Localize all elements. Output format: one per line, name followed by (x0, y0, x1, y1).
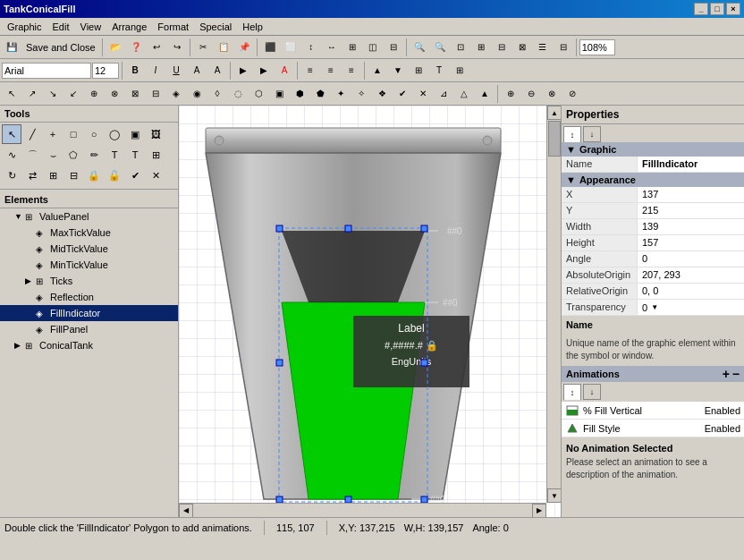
draw-btn-k[interactable]: ◊ (207, 84, 227, 104)
tb-zoom-out-btn[interactable]: 🔍 (430, 38, 450, 57)
fmt-btn-d[interactable]: ▶ (254, 61, 274, 81)
scroll-thumb-v[interactable] (548, 121, 561, 157)
prop-value-relorigin[interactable]: 0, 0 (638, 284, 744, 299)
bold-button[interactable]: B (125, 61, 145, 81)
menu-format[interactable]: Format (152, 20, 194, 34)
draw-btn-f[interactable]: ⊗ (105, 84, 124, 104)
anim-add-button[interactable]: + (723, 368, 730, 380)
draw-btn-t[interactable]: ✔ (393, 84, 412, 104)
fmt-btn-b[interactable]: A (207, 61, 227, 81)
tb-btn-l[interactable]: ⊟ (554, 38, 573, 57)
tool-circle[interactable]: ○ (84, 124, 104, 144)
tool-unlock[interactable]: 🔓 (105, 165, 124, 185)
anim-row-fill-style[interactable]: Fill Style Enabled (562, 420, 744, 437)
tool-flip[interactable]: ⇄ (22, 165, 42, 185)
italic-button[interactable]: I (146, 61, 165, 81)
font-size-input[interactable] (92, 63, 119, 79)
fmt-btn-k[interactable]: T (429, 61, 449, 81)
animations-section-header[interactable]: Animations + − (562, 366, 744, 382)
tb-fit-btn[interactable]: ⊡ (451, 38, 470, 57)
draw-btn-x[interactable]: ▲ (475, 84, 495, 104)
draw-btn-aa[interactable]: ⊗ (542, 84, 562, 104)
tool-group[interactable]: ⊞ (43, 165, 63, 185)
tool-x[interactable]: ✕ (146, 165, 165, 185)
tb-btn-c[interactable]: ↕ (301, 38, 321, 57)
tool-line[interactable]: ╱ (22, 124, 42, 144)
draw-btn-g[interactable]: ⊠ (125, 84, 145, 104)
tool-polygon[interactable]: ⬠ (63, 145, 83, 165)
scroll-down-btn[interactable]: ▼ (547, 488, 561, 503)
tool-rect[interactable]: □ (63, 124, 83, 144)
tb-zoom-in-btn[interactable]: 🔍 (410, 38, 429, 57)
tb-btn-f[interactable]: ◫ (363, 38, 383, 57)
draw-btn-v[interactable]: ⊿ (434, 84, 453, 104)
tb-btn-a[interactable]: ⬛ (260, 38, 280, 57)
tb-undo-btn[interactable]: ↩ (147, 38, 166, 57)
tool-bezier[interactable]: ⌣ (43, 145, 63, 165)
draw-btn-e[interactable]: ⊕ (84, 84, 104, 104)
appearance-section-header[interactable]: ▼ Appearance (562, 173, 744, 187)
tool-pencil[interactable]: ✏ (84, 145, 104, 165)
fmt-btn-a[interactable]: A (187, 61, 207, 81)
tool-text[interactable]: T (105, 145, 124, 165)
tb-btn-h[interactable]: ⊞ (471, 38, 491, 57)
menu-graphic[interactable]: Graphic (2, 20, 47, 34)
draw-btn-w[interactable]: △ (454, 84, 474, 104)
graphic-section-header[interactable]: ▼ Graphic (562, 142, 744, 157)
tb-btn-i[interactable]: ⊟ (492, 38, 512, 57)
fmt-btn-f[interactable]: ≡ (321, 61, 341, 81)
tool-select[interactable]: ↖ (2, 124, 21, 144)
anim-tab-sort[interactable]: ↕ (563, 384, 581, 400)
font-name-input[interactable] (2, 63, 91, 79)
fmt-btn-i[interactable]: ▼ (388, 61, 408, 81)
draw-btn-m[interactable]: ⬡ (249, 84, 268, 104)
tool-ungroup[interactable]: ⊟ (63, 165, 83, 185)
draw-btn-n[interactable]: ▣ (269, 84, 289, 104)
tool-rotate[interactable]: ↻ (2, 165, 21, 185)
prop-value-name[interactable]: FillIndicator (638, 157, 744, 172)
draw-btn-y[interactable]: ⊕ (501, 84, 520, 104)
menu-arrange[interactable]: Arrange (106, 20, 152, 34)
draw-btn-d[interactable]: ↙ (63, 84, 83, 104)
fmt-btn-c[interactable]: ▶ (233, 61, 253, 81)
tree-item-valuepanel[interactable]: ▼ ⊞ ValuePanel (0, 208, 178, 225)
tool-ellipse[interactable]: ◯ (105, 124, 124, 144)
draw-btn-a[interactable]: ↖ (2, 84, 21, 104)
scroll-right-btn[interactable]: ▶ (532, 504, 546, 518)
save-close-button[interactable]: 💾 (2, 38, 21, 57)
draw-btn-j[interactable]: ◉ (187, 84, 207, 104)
tool-lock[interactable]: 🔒 (84, 165, 104, 185)
fmt-btn-j[interactable]: ⊞ (409, 61, 428, 81)
transparency-expand-icon[interactable]: ▼ (651, 303, 658, 311)
tb-btn-g[interactable]: ⊟ (384, 38, 403, 57)
horizontal-scrollbar[interactable]: ◀ ▶ (179, 503, 546, 517)
tool-check[interactable]: ✔ (125, 165, 145, 185)
tool-image[interactable]: 🖼 (146, 124, 165, 144)
draw-btn-z[interactable]: ⊖ (521, 84, 541, 104)
underline-button[interactable]: U (166, 61, 186, 81)
prop-value-angle[interactable]: 0 (638, 251, 744, 267)
tool-arc[interactable]: ⌒ (22, 145, 42, 165)
save-close-label[interactable]: Save and Close (22, 42, 99, 53)
draw-btn-u[interactable]: ✕ (413, 84, 433, 104)
tb-cut-btn[interactable]: ✂ (193, 38, 213, 57)
draw-btn-h[interactable]: ⊟ (146, 84, 165, 104)
draw-btn-l[interactable]: ◌ (228, 84, 248, 104)
draw-btn-o[interactable]: ⬢ (290, 84, 309, 104)
tree-item-conicaltank[interactable]: ▶ ⊞ ConicalTank (0, 337, 178, 353)
tree-item-mintickvalue[interactable]: ◈ MinTickValue (0, 257, 178, 273)
prop-value-width[interactable]: 139 (638, 219, 744, 234)
fmt-btn-h[interactable]: ▲ (368, 61, 387, 81)
prop-value-x[interactable]: 137 (638, 187, 744, 202)
tb-help-btn[interactable]: ❓ (126, 38, 146, 57)
tool-crosshair[interactable]: + (43, 124, 63, 144)
scroll-left-btn[interactable]: ◀ (179, 504, 193, 518)
draw-btn-c[interactable]: ↘ (43, 84, 63, 104)
fmt-btn-g[interactable]: ≡ (342, 61, 361, 81)
fmt-btn-e[interactable]: ≡ (300, 61, 320, 81)
tb-btn-d[interactable]: ↔ (322, 38, 342, 57)
menu-view[interactable]: View (75, 20, 107, 34)
minimize-button[interactable]: _ (694, 3, 708, 15)
tool-curve[interactable]: ∿ (2, 145, 21, 165)
tree-item-ticks[interactable]: ▶ ⊞ Ticks (0, 273, 178, 289)
